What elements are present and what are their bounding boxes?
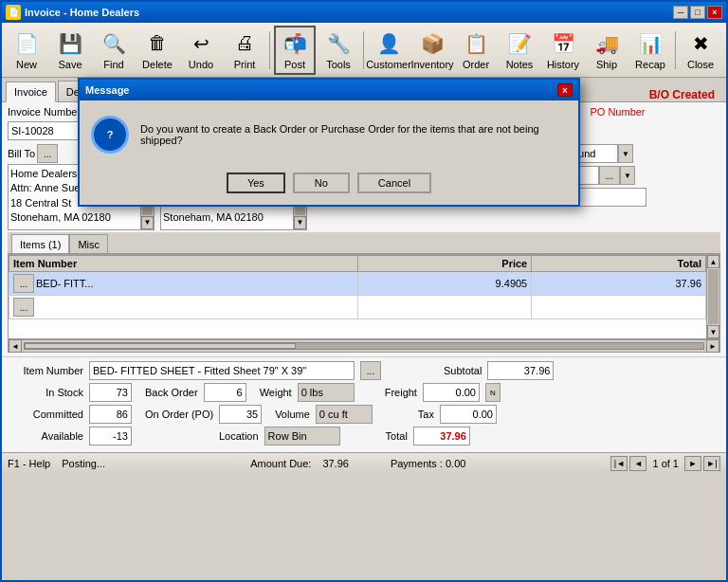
title-bar-controls[interactable]: ─ □ × xyxy=(673,6,722,19)
bill-to-scroll-down[interactable]: ▼ xyxy=(141,216,154,229)
bill-to-btn[interactable]: ... xyxy=(37,144,58,163)
new-item-btn-cell: ... xyxy=(9,296,358,319)
yes-button[interactable]: Yes xyxy=(227,173,285,193)
po-number-label: PO Number xyxy=(590,106,645,118)
freight-flag[interactable]: N xyxy=(485,383,500,402)
vscroll-down[interactable]: ▼ xyxy=(707,325,719,338)
dialog-title-bar: Message × xyxy=(80,80,578,100)
items-tab[interactable]: Items (1) xyxy=(11,234,69,253)
window-title: Invoice - Home Dealers xyxy=(25,7,139,18)
table-row-new[interactable]: ... xyxy=(9,296,706,319)
delete-button[interactable]: 🗑 Delete xyxy=(136,26,178,75)
new-item-btn[interactable]: ... xyxy=(13,298,34,317)
amount-due-label: Amount Due: xyxy=(250,458,311,469)
cancel-button[interactable]: Cancel xyxy=(357,173,431,193)
tools-label: Tools xyxy=(326,59,351,70)
new-button[interactable]: 📄 New xyxy=(6,26,47,75)
no-button[interactable]: No xyxy=(293,173,350,193)
main-window: 📄 Invoice - Home Dealers ─ □ × 📄 New 💾 S… xyxy=(0,0,728,582)
inventory-button[interactable]: 📦 Inventory xyxy=(411,26,453,75)
vscroll-up[interactable]: ▲ xyxy=(707,255,719,268)
new-label: New xyxy=(16,59,37,70)
ship-to-line4: Stoneham, MA 02180 xyxy=(163,210,304,225)
first-page-btn[interactable]: |◄ xyxy=(610,456,628,471)
in-stock-label: In Stock xyxy=(8,387,83,398)
dialog-title: Message xyxy=(85,84,129,96)
ship-to-scroll-down[interactable]: ▼ xyxy=(294,216,306,229)
recap-button[interactable]: 📊 Recap xyxy=(629,26,671,75)
find-label: Find xyxy=(103,59,123,70)
weight-field xyxy=(298,383,355,402)
volume-field xyxy=(316,405,373,424)
last-page-btn[interactable]: ►| xyxy=(703,456,720,471)
volume-label: Volume xyxy=(275,409,310,420)
ship-label: Ship xyxy=(596,59,617,70)
freight-field[interactable] xyxy=(423,383,480,402)
customer-label: Customer xyxy=(366,59,411,70)
inventory-label: Inventory xyxy=(410,59,453,70)
table-header-row: Item Number Price Total xyxy=(9,256,706,272)
delete-label: Delete xyxy=(142,59,173,70)
on-order-label: On Order (PO) xyxy=(145,409,213,420)
toolbar-sep-2 xyxy=(363,31,364,69)
close-label: Close xyxy=(687,59,714,70)
undo-icon: ↩ xyxy=(188,30,214,57)
item-number-cell-content: ... BED- FITT... xyxy=(13,274,354,293)
table-row[interactable]: ... BED- FITT... 9.4905 37.96 xyxy=(9,272,706,296)
bottom-fields-area: Item Number ... Subtotal In Stock Back O… xyxy=(2,356,726,452)
next-page-btn[interactable]: ► xyxy=(684,456,701,471)
hscroll-thumb xyxy=(25,343,296,349)
close-button[interactable]: ✖ Close xyxy=(680,26,721,75)
close-icon: ✖ xyxy=(687,30,714,57)
order-button[interactable]: 📋 Order xyxy=(455,26,497,75)
save-button[interactable]: 💾 Save xyxy=(49,26,91,75)
customer-button[interactable]: 👤 Customer xyxy=(368,26,410,75)
notes-button[interactable]: 📝 Notes xyxy=(499,26,540,75)
post-button[interactable]: 📬 Post xyxy=(274,26,316,75)
item-number-field[interactable] xyxy=(89,361,355,380)
available-field xyxy=(89,427,132,446)
ship-button[interactable]: 🚚 Ship xyxy=(586,26,628,75)
sales-rep-dots-btn[interactable]: ... xyxy=(599,166,620,185)
sales-rep-dropdown-arrow[interactable]: ▼ xyxy=(620,166,635,185)
on-order-field xyxy=(219,405,262,424)
table-vscroll[interactable]: ▲ ▼ xyxy=(706,255,719,338)
posting-label: Posting... xyxy=(62,458,105,469)
page-nav[interactable]: |◄ ◄ 1 of 1 ► ►| xyxy=(610,456,720,471)
minimize-button[interactable]: ─ xyxy=(673,6,688,19)
hscroll-right[interactable]: ► xyxy=(706,339,719,353)
item-number-dots-btn[interactable]: ... xyxy=(360,361,381,380)
undo-button[interactable]: ↩ Undo xyxy=(180,26,222,75)
back-order-field[interactable] xyxy=(204,383,246,402)
committed-label: Committed xyxy=(8,409,83,420)
print-icon: 🖨 xyxy=(231,30,258,57)
table-hscroll[interactable]: ◄ ► xyxy=(8,339,720,353)
location-field xyxy=(264,427,340,446)
bo-created-status: B/O Created xyxy=(649,88,722,101)
items-tab-bar: Items (1) Misc xyxy=(8,232,720,254)
maximize-button[interactable]: □ xyxy=(690,6,705,19)
notes-label: Notes xyxy=(506,59,534,70)
hscroll-track[interactable] xyxy=(24,342,704,350)
available-label: Available xyxy=(8,430,83,442)
col-total: Total xyxy=(532,256,706,272)
available-row: Available Location Total xyxy=(8,427,720,446)
close-window-button[interactable]: × xyxy=(707,6,722,19)
find-icon: 🔍 xyxy=(100,30,127,57)
invoice-number-label: Invoice Number xyxy=(8,106,81,118)
print-button[interactable]: 🖨 Print xyxy=(224,26,265,75)
ship-via-dropdown-arrow[interactable]: ▼ xyxy=(618,144,633,163)
find-button[interactable]: 🔍 Find xyxy=(93,26,135,75)
toolbar-sep-1 xyxy=(269,31,270,69)
hscroll-left[interactable]: ◄ xyxy=(9,339,22,353)
f1-help: F1 - Help xyxy=(8,458,50,469)
total-field xyxy=(413,427,470,446)
item-dots-btn[interactable]: ... xyxy=(13,274,34,293)
prev-page-btn[interactable]: ◄ xyxy=(629,456,646,471)
dialog-close-btn[interactable]: × xyxy=(557,83,573,97)
history-button[interactable]: 📅 History xyxy=(542,26,584,75)
ship-icon: 🚚 xyxy=(593,30,620,57)
tab-invoice[interactable]: Invoice xyxy=(6,82,56,102)
tools-button[interactable]: 🔧 Tools xyxy=(318,26,359,75)
misc-tab[interactable]: Misc xyxy=(69,234,108,253)
